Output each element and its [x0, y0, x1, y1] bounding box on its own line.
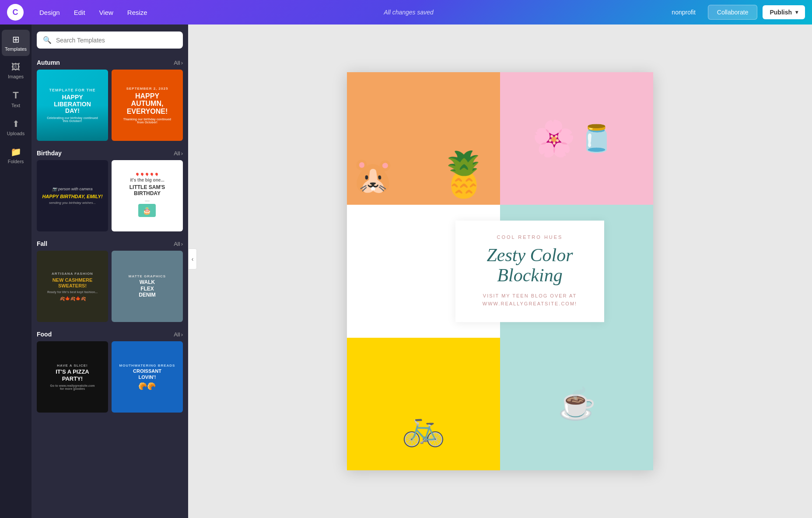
sidebar-item-label: Images — [8, 74, 24, 79]
all-label: All — [174, 241, 180, 247]
section-food: Food All › HAVE A SLICE! IT'S A PIZZAPAR… — [32, 327, 188, 418]
images-icon: 🖼 — [11, 62, 20, 72]
nav-edit[interactable]: Edit — [69, 6, 91, 19]
canvas-photo-top-left: 🍍 🐹 — [347, 72, 500, 205]
canvas-text-overlay: COOL RETRO HUES Zesty Color Blocking VIS… — [455, 220, 604, 322]
chevron-right-icon: › — [181, 150, 183, 157]
hide-panel-icon: ‹ — [192, 256, 194, 262]
bike-icon: 🚲 — [402, 407, 445, 448]
flower-vase-icon: 🫙 — [580, 123, 613, 154]
vase-area: 🌸 🫙 — [500, 72, 644, 205]
top-navigation: C Design Edit View Resize All changes sa… — [0, 0, 812, 24]
all-label: All — [174, 150, 180, 157]
section-food-title: Food — [37, 331, 52, 338]
coffee-area: ☕ — [500, 338, 653, 470]
vase-icon: 🌸 — [532, 118, 576, 159]
section-birthday-header: Birthday All › — [37, 146, 183, 160]
autumn-template-grid: TEMPLATE FOR THE HAPPYLIBERATIONDAY! Cel… — [37, 70, 183, 141]
hide-panel-button[interactable]: ‹ — [188, 248, 197, 270]
nav-resize[interactable]: Resize — [122, 6, 153, 19]
section-autumn-header: Autumn All › — [37, 56, 183, 70]
section-birthday-title: Birthday — [37, 150, 62, 157]
search-icon: 🔍 — [43, 36, 52, 44]
template-card-food2[interactable]: MOUTHWATERING BREADS CROISSANTLOVIN'! 🥐🥐 — [112, 341, 183, 413]
sidebar-item-text[interactable]: T Text — [2, 85, 30, 112]
nav-view[interactable]: View — [94, 6, 119, 19]
all-label: All — [174, 60, 180, 66]
template-card-fall1[interactable]: ARTISANA FASHION NEW CASHMERESWEATERS! R… — [37, 251, 108, 322]
template-card-autumn1[interactable]: TEMPLATE FOR THE HAPPYLIBERATIONDAY! Cel… — [37, 70, 108, 141]
coffee-cup-icon: ☕ — [558, 386, 596, 422]
sidebar-item-label: Templates — [5, 46, 27, 52]
templates-icon: ⊞ — [12, 34, 20, 45]
fall-template-grid: ARTISANA FASHION NEW CASHMERESWEATERS! R… — [37, 251, 183, 322]
sidebar-item-images[interactable]: 🖼 Images — [2, 58, 30, 84]
chevron-right-icon: › — [181, 60, 183, 66]
chevron-right-icon: › — [181, 331, 183, 338]
template-card-autumn2[interactable]: SEPTEMBER 2, 2025 HAPPYAUTUMN,EVERYONE! … — [112, 70, 183, 141]
template-card-fall2[interactable]: MATTE GRAPHICS WALKFLEXDENIM — [112, 251, 183, 322]
text-icon: T — [13, 90, 18, 101]
design-canvas: 🍍 🐹 🌸 🫙 🚲 ☕ COO — [347, 72, 653, 470]
sidebar-item-label: Folders — [8, 159, 24, 164]
chevron-down-icon: ▾ — [795, 9, 798, 15]
canvas-photo-bottom-left: 🚲 — [347, 338, 500, 470]
sidebar-item-folders[interactable]: 📁 Folders — [2, 142, 30, 168]
nav-menu: Design Edit View Resize — [34, 6, 153, 19]
canvas-area: 🍍 🐹 🌸 🫙 🚲 ☕ COO — [188, 24, 812, 518]
nonprofit-button[interactable]: nonprofit — [665, 5, 702, 19]
section-food-header: Food All › — [37, 327, 183, 341]
publish-label: Publish — [770, 9, 792, 16]
template-card-birthday2[interactable]: 🎈🎈🎈🎈🎈 it's the big one... LITTLE SAM'SBI… — [112, 160, 183, 231]
templates-panel: 🔍 Autumn All › TEMPLATE FOR THE HAPPYLIB… — [32, 24, 188, 518]
section-autumn: Autumn All › TEMPLATE FOR THE HAPPYLIBER… — [32, 56, 188, 146]
search-input-wrap[interactable]: 🔍 — [37, 32, 183, 49]
bike-area: 🚲 — [347, 338, 500, 457]
sidebar-item-uploads[interactable]: ⬆ Uploads — [2, 114, 30, 140]
section-fall: Fall All › ARTISANA FASHION NEW CASHMERE… — [32, 237, 188, 327]
section-birthday-all[interactable]: All › — [174, 150, 183, 157]
save-status: All changes saved — [163, 9, 654, 16]
upload-icon: ⬆ — [12, 119, 20, 129]
sidebar-item-label: Uploads — [7, 131, 24, 136]
template-card-birthday1[interactable]: 📷 person with camera HAPPY BIRTHDAY, EMI… — [37, 160, 108, 231]
canvas-main-title[interactable]: Zesty Color Blocking — [471, 245, 588, 285]
chevron-right-icon: › — [181, 241, 183, 247]
section-autumn-all[interactable]: All › — [174, 60, 183, 66]
canvas-subtitle: COOL RETRO HUES — [471, 234, 588, 240]
section-food-all[interactable]: All › — [174, 331, 183, 338]
section-fall-all[interactable]: All › — [174, 241, 183, 247]
food-template-grid: HAVE A SLICE! IT'S A PIZZAPARTY! Go to w… — [37, 341, 183, 413]
section-fall-header: Fall All › — [37, 237, 183, 251]
birthday-template-grid: 📷 person with camera HAPPY BIRTHDAY, EMI… — [37, 160, 183, 231]
sidebar-item-templates[interactable]: ⊞ Templates — [2, 30, 30, 56]
template-card-food1[interactable]: HAVE A SLICE! IT'S A PIZZAPARTY! Go to w… — [37, 341, 108, 413]
sidebar-item-label: Text — [11, 103, 20, 108]
section-birthday: Birthday All › 📷 person with camera HAPP… — [32, 146, 188, 237]
search-input[interactable] — [56, 37, 177, 44]
publish-button[interactable]: Publish ▾ — [763, 5, 805, 19]
sidebar-icons: ⊞ Templates 🖼 Images T Text ⬆ Uploads 📁 … — [0, 24, 32, 518]
logo-icon: C — [7, 4, 24, 21]
canvas-photo-bottom-right: ☕ — [500, 338, 653, 470]
canva-logo[interactable]: C — [7, 4, 24, 21]
guinea-pig-icon: 🐹 — [351, 155, 395, 196]
folder-icon: 📁 — [10, 147, 21, 157]
section-autumn-title: Autumn — [37, 59, 60, 66]
nav-right-actions: nonprofit Collaborate Publish ▾ — [665, 5, 805, 20]
all-label: All — [174, 331, 180, 338]
search-bar: 🔍 — [32, 24, 188, 56]
collaborate-button[interactable]: Collaborate — [708, 5, 758, 20]
pineapple-icon: 🍍 — [437, 152, 491, 196]
section-fall-title: Fall — [37, 240, 47, 247]
canvas-description: VISIT MY TEEN BLOG OVER ATWWW.REALLYGREA… — [471, 293, 588, 308]
canvas-photo-top-right: 🌸 🫙 — [500, 72, 653, 205]
nav-design[interactable]: Design — [34, 6, 65, 19]
pineapple-area: 🍍 🐹 — [347, 72, 500, 196]
